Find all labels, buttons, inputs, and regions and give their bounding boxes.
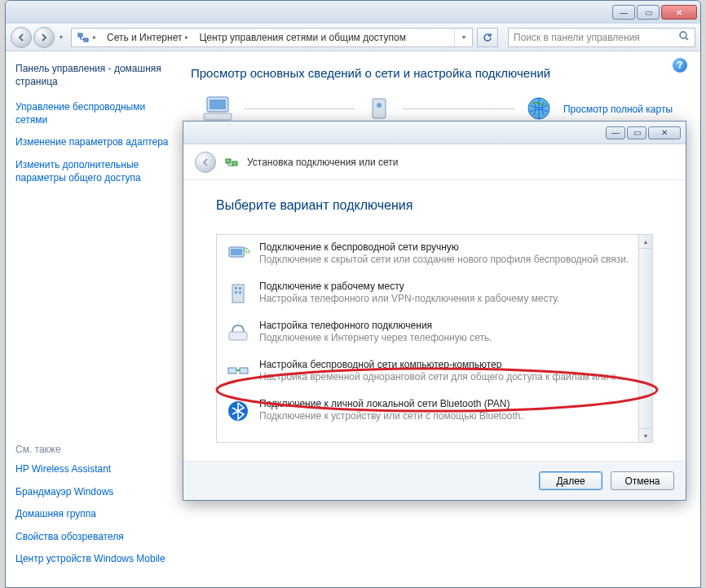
svg-point-2 xyxy=(680,32,686,38)
bluetooth-icon xyxy=(225,398,251,424)
see-also-wmdc[interactable]: Центр устройств Windows Mobile xyxy=(15,553,171,566)
network-map-row: Просмотр полной карты xyxy=(191,93,681,124)
page-title: Просмотр основных сведений о сети и наст… xyxy=(191,66,681,80)
setup-connection-wizard: — ▭ ✕ Установка подключения или сети Выб… xyxy=(183,121,686,501)
cancel-button[interactable]: Отмена xyxy=(611,471,674,490)
help-icon[interactable]: ? xyxy=(673,58,687,73)
address-root-icon[interactable]: ▸ xyxy=(72,29,102,46)
arrow-right-icon xyxy=(39,33,49,42)
see-also-label: См. также xyxy=(15,444,171,455)
wizard-back-button[interactable] xyxy=(195,152,216,173)
search-input[interactable]: Поиск в панели управления xyxy=(508,28,695,47)
svg-rect-6 xyxy=(373,99,386,118)
building-icon xyxy=(225,281,251,307)
phone-modem-icon xyxy=(225,320,251,346)
breadcrumb-seg-1[interactable]: Сеть и Интернет▸ xyxy=(102,29,194,46)
full-map-link[interactable]: Просмотр полной карты xyxy=(563,102,673,115)
control-panel-home-link[interactable]: Панель управления - домашняя страница xyxy=(15,63,171,88)
maximize-button[interactable]: ▭ xyxy=(637,5,660,20)
next-button[interactable]: Далее xyxy=(539,471,602,490)
adhoc-network-icon xyxy=(225,359,251,385)
refresh-button[interactable] xyxy=(477,28,498,47)
wizard-titlebar: — ▭ ✕ xyxy=(183,122,686,144)
option-bluetooth-pan[interactable]: Подключение к личной локальной сети Blue… xyxy=(217,391,638,431)
minimize-button[interactable]: — xyxy=(612,5,635,20)
see-also-homegroup[interactable]: Домашняя группа xyxy=(15,508,171,521)
see-also-firewall[interactable]: Брандмауэр Windows xyxy=(15,486,171,499)
wizard-maximize-button[interactable]: ▭ xyxy=(627,126,646,139)
address-dropdown[interactable]: ▾ xyxy=(454,29,472,46)
option-workplace[interactable]: Подключение к рабочему местуНастройка те… xyxy=(217,274,638,313)
close-button[interactable]: ✕ xyxy=(661,5,697,20)
sidebar-link-wireless[interactable]: Управление беспроводными сетями xyxy=(15,101,171,126)
svg-rect-5 xyxy=(204,113,232,120)
network-icon xyxy=(77,31,90,44)
arrow-left-icon xyxy=(201,157,210,167)
forward-button[interactable] xyxy=(33,27,55,48)
address-bar[interactable]: ▸ Сеть и Интернет▸ Центр управления сетя… xyxy=(71,28,473,47)
router-icon xyxy=(358,93,400,124)
see-also-internet-options[interactable]: Свойства обозревателя xyxy=(15,531,171,544)
svg-rect-0 xyxy=(78,33,82,37)
monitor-wifi-icon xyxy=(225,241,251,267)
svg-rect-17 xyxy=(239,291,241,294)
svg-rect-4 xyxy=(210,99,226,109)
arrow-left-icon xyxy=(16,33,26,42)
svg-rect-1 xyxy=(84,38,88,42)
wizard-body: Выберите вариант подключения Подключение… xyxy=(183,180,686,461)
sidebar-link-sharing[interactable]: Изменить дополнительные параметры общего… xyxy=(15,159,171,184)
svg-rect-10 xyxy=(232,161,237,166)
svg-rect-18 xyxy=(229,332,247,340)
computer-icon xyxy=(199,93,241,124)
wizard-heading: Выберите вариант подключения xyxy=(216,198,653,213)
search-placeholder: Поиск в панели управления xyxy=(514,32,640,43)
wizard-footer: Далее Отмена xyxy=(183,461,686,500)
svg-rect-14 xyxy=(235,287,237,290)
breadcrumb-seg-2[interactable]: Центр управления сетями и общим доступом xyxy=(194,29,412,46)
option-adhoc[interactable]: Настройка беспроводной сети компьютер-ко… xyxy=(217,352,638,391)
wizard-icon xyxy=(224,155,239,170)
refresh-icon xyxy=(482,32,493,43)
svg-rect-12 xyxy=(231,249,242,255)
wizard-minimize-button[interactable]: — xyxy=(606,126,625,139)
option-dialup[interactable]: Настройка телефонного подключенияПодключ… xyxy=(217,313,638,352)
connection-options-list: Подключение к беспроводной сети вручнуюП… xyxy=(216,234,653,443)
globe-icon xyxy=(518,93,560,124)
wizard-header: Установка подключения или сети xyxy=(183,144,686,180)
wizard-title: Установка подключения или сети xyxy=(247,157,398,168)
svg-rect-16 xyxy=(235,291,237,294)
history-dropdown[interactable]: ▾ xyxy=(56,27,66,48)
svg-point-7 xyxy=(377,103,382,108)
window-titlebar: — ▭ ✕ xyxy=(6,1,700,24)
back-button[interactable] xyxy=(11,27,32,48)
option-manual-wireless[interactable]: Подключение к беспроводной сети вручнуюП… xyxy=(217,235,638,274)
sidebar-link-adapter[interactable]: Изменение параметров адаптера xyxy=(15,136,171,149)
svg-rect-20 xyxy=(240,368,248,374)
wizard-close-button[interactable]: ✕ xyxy=(648,126,681,139)
svg-rect-19 xyxy=(228,368,236,374)
sidebar: Панель управления - домашняя страница Уп… xyxy=(6,51,181,587)
nav-arrows: ▾ xyxy=(11,27,66,48)
navigation-bar: ▾ ▸ Сеть и Интернет▸ Центр управления се… xyxy=(6,24,700,51)
svg-rect-13 xyxy=(232,285,244,303)
see-also-hp[interactable]: HP Wireless Assistant xyxy=(15,463,171,476)
svg-rect-9 xyxy=(226,159,231,163)
scrollbar[interactable]: ▴ ▾ xyxy=(638,235,652,442)
svg-rect-15 xyxy=(239,287,241,290)
search-icon xyxy=(678,30,690,44)
